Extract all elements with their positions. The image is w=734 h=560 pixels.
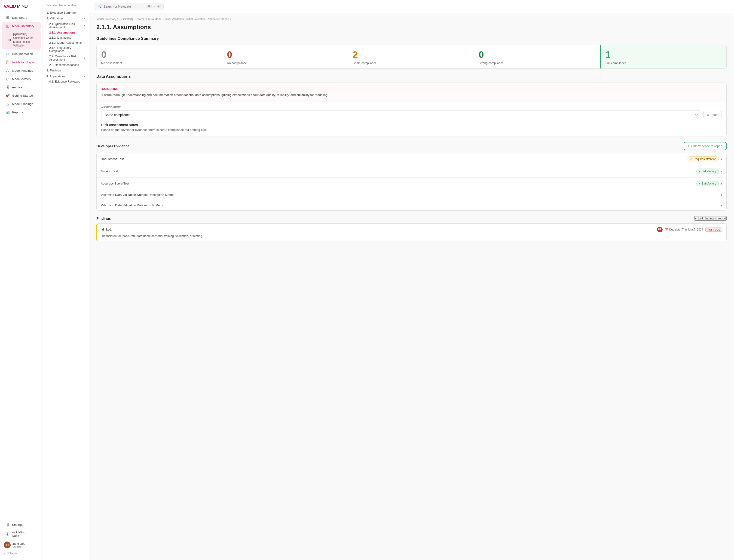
plus-icon-finding: + [695,217,697,220]
evidence-title: Developer Evidence [96,144,129,148]
warning-icon: ⚠ [690,157,693,161]
chevron-icon-4[interactable]: ▾ [721,193,722,197]
chevron-icon-1[interactable]: ▾ [721,157,722,161]
sidebar-bottom: ⚙ Settings ⓘ ValidMind Docs ↗ JD Jane Do… [0,518,43,556]
chevron-icon-2[interactable]: ▾ [721,169,722,173]
collapse-icon: « [4,552,5,555]
documentation-icon: □ [6,52,10,56]
breadcrumb-validation-report[interactable]: Validation Report [208,18,229,21]
notes-section: Risk Assessment Notes Based on the devel… [97,123,726,136]
validation-report-icon: 📋 [6,60,10,64]
sidebar-item-label: Archive [12,86,22,89]
compliance-cell-strong-compliance: 0 Strong compliance [474,45,600,68]
assessment-block: Assessment Some compliance No Assessment… [97,102,726,123]
guideline-label: Guideline [102,87,722,91]
link-evidence-button[interactable]: + Link evidence to report [684,142,727,150]
sidebar-item-model-activity[interactable]: ◷ Model Activity [2,75,41,83]
outline-item-findings[interactable]: 3. Findings [43,68,89,73]
search-input[interactable] [103,5,145,8]
outline-item-limitations[interactable]: 2.1.2. Limitations [43,35,89,40]
outline-item-reg-compliance[interactable]: 2.1.4. Regulatory Compliance [43,45,89,54]
compliance-cell-no-assessment: 0 No Assessment [97,45,222,68]
model-findings-2-icon: △ [6,102,10,106]
outline-item-recommendations[interactable]: 2.3. Recommendations [43,62,89,68]
docs-label: ValidMind Docs [12,531,33,538]
compliance-summary: 0 No Assessment 0 No compliance 2 Some c… [96,45,727,69]
finding-card: M_21-1 RT 📅 Due date: Thu, Mar 7, 2024 P… [96,223,727,241]
sidebar-item-dashboard[interactable]: ⊞ Dashboard [2,14,41,22]
sidebar-item-label: Getting Started [12,94,33,97]
evidence-right-description: ▾ [721,193,722,197]
page-title: 2.1.1. Assumptions [96,24,727,31]
chevron-down-icon-4: ▾ [84,75,85,78]
evidence-row: Robustness Test ⚠ Requires attention ▾ [97,153,726,165]
sidebar-item-model-findings[interactable]: △ Model Findings [2,67,41,74]
outline-item-validation[interactable]: 2. Validation ▾ [43,15,89,21]
guideline-text: Ensure thorough understanding and docume… [102,92,722,98]
breadcrumb-sep-3: / [230,18,231,21]
evidence-name-missing: Missing Test [101,169,118,173]
evidence-name-description-metric: Validmind Data Validation Dataset Descri… [101,193,174,197]
sidebar-item-settings[interactable]: ⚙ Settings [2,521,41,529]
sidebar-item-model-findings-2[interactable]: △ Model Findings [2,100,41,108]
sidebar-item-reports[interactable]: 📊 Reports [2,108,41,116]
sidebar-item-label: Model Findings [12,69,33,72]
compliance-number-some-compliance: 2 [353,49,469,60]
dashboard-icon: ⊞ [6,15,10,20]
user-name: Jane Doe [12,542,33,545]
sidebar-item-label: Model Findings [12,102,33,106]
sidebar-item-validmind-docs[interactable]: ⓘ ValidMind Docs ↗ [2,529,41,539]
search-box[interactable]: 🔍 ⌘ + k [95,3,164,10]
sidebar-item-documentation[interactable]: □ Documentation [2,50,41,58]
breadcrumb-model-inventory[interactable]: Model Inventory [96,18,116,21]
sidebar-item-model-inventory[interactable]: ◫ Model Inventory [2,22,41,30]
evidence-name-robustness: Robustness Test [101,157,124,161]
compliance-cell-some-compliance: 2 Some compliance [348,45,474,68]
sidebar-item-quickstart[interactable]: ◨ [Quickstart] Customer Churn Model - In… [2,30,41,49]
finding-text: Inconsistent or inaccurate data used for… [102,234,722,238]
user-menu-icon[interactable]: ⋮ [35,543,39,547]
settings-icon: ⚙ [6,523,10,527]
outline-item-assumptions[interactable]: 2.1.1. Assumptions [43,30,89,35]
developer-evidence-section: Developer Evidence + Link evidence to re… [96,142,727,211]
sidebar: VALIDMIND ⊞ Dashboard ◫ Model Inventory … [0,0,43,560]
model-activity-icon: ◷ [6,77,10,81]
assessment-select[interactable]: Some compliance No Assessment No complia… [101,111,701,119]
sidebar-item-validation-report[interactable]: 📋 Validation Report [2,58,41,66]
compliance-summary-title: Guidelines Compliance Summary [96,36,727,41]
outline-item-exec-summary[interactable]: 1. Executive Summary [43,10,89,15]
compliance-label-full-compliance: Full compliance [605,61,722,65]
outline-panel: Validation Report outline 1. Executive S… [43,0,89,560]
finding-row: M_21-1 RT 📅 Due date: Thu, Mar 7, 2024 P… [102,227,722,232]
link-finding-button[interactable]: + Link finding to report [694,216,727,221]
compliance-label-some-compliance: Some compliance [353,61,469,65]
breadcrumb-quickstart[interactable]: [Quickstart] Customer Churn Model - Init… [119,18,206,21]
collapse-button[interactable]: « Collapse [0,550,43,556]
getting-started-icon: 🚀 [6,93,10,98]
outline-item-quant-risk[interactable]: 2.2. Quantitative Risk Assessment ▾ [43,54,89,62]
reset-button[interactable]: ↺ Reset [703,111,722,119]
data-assumptions-title: Data Assumptions [96,74,727,79]
archive-icon: 🗄 [6,85,10,89]
outline-item-model-adjustments[interactable]: 2.1.3. Model Adjustments [43,40,89,45]
kbd-k: k [157,5,161,8]
compliance-label-strong-compliance: Strong compliance [479,61,595,65]
past-due-badge: PAST DUE [705,228,722,232]
user-row: JD Jane Doe Validator ⋮ [0,540,43,550]
topbar: 🔍 ⌘ + k [89,0,734,13]
sidebar-item-label: Model Activity [12,77,31,81]
search-icon: 🔍 [98,5,102,8]
chevron-icon-5[interactable]: ▾ [721,203,722,207]
sidebar-item-archive[interactable]: 🗄 Archive [2,83,41,91]
calendar-icon: 📅 [665,228,668,231]
chevron-icon-3[interactable]: ▾ [721,182,722,185]
content-area: Model Inventory / [Quickstart] Customer … [89,13,734,560]
outline-item-appendices[interactable]: 4. Appendices ▾ [43,73,89,79]
compliance-number-full-compliance: 1 [605,49,722,60]
outline-item-evidence-reviewed[interactable]: 4.1. Evidence Reviewed [43,79,89,84]
sidebar-item-getting-started[interactable]: 🚀 Getting Started [2,92,41,99]
sidebar-item-label: Validation Report [12,61,36,64]
link-finding-label: Link finding to report [698,217,726,220]
outline-item-qual-risk[interactable]: 2.1. Qualitative Risk Assessment ▾ [43,21,89,30]
data-assumptions-card: Guideline Ensure thorough understanding … [96,83,727,136]
